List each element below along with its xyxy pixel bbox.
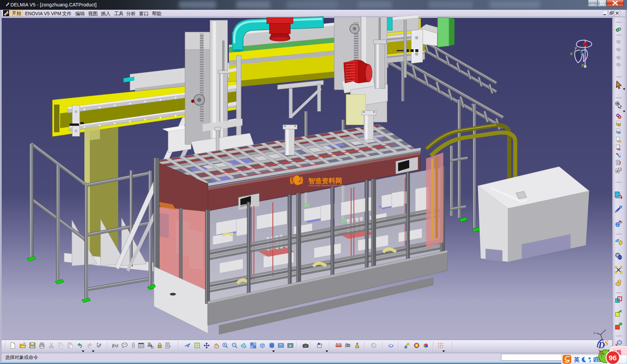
svg-text:z: z: [581, 62, 584, 67]
svg-text:96: 96: [609, 354, 617, 362]
svg-text:INTELLIGENT MANUFACTURING DATA: INTELLIGENT MANUFACTURING DATA: [309, 185, 343, 187]
svg-text:S: S: [604, 339, 608, 347]
svg-text:?: ?: [99, 343, 101, 347]
svg-text:7: 7: [601, 355, 603, 359]
svg-text:n: n: [620, 220, 622, 224]
svg-text:y: y: [604, 328, 606, 332]
svg-text:=: =: [169, 344, 171, 348]
svg-text:f(x): f(x): [112, 343, 118, 348]
svg-text:A: A: [617, 169, 619, 173]
svg-text:智造资料网: 智造资料网: [308, 177, 342, 185]
svg-text:15: 15: [619, 168, 622, 171]
svg-text:x: x: [570, 51, 573, 56]
svg-text:x: x: [594, 331, 595, 335]
svg-text:英: 英: [574, 357, 580, 363]
